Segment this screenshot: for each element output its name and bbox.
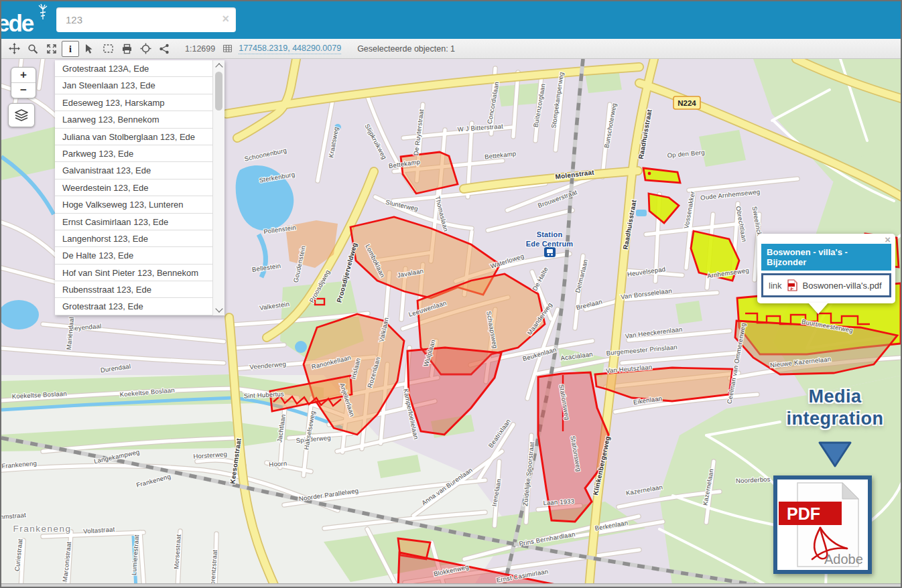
- map-canvas[interactable]: N224 Station Ede Centrum SchoonenburgSte…: [1, 59, 902, 588]
- pdf-file-icon: [787, 279, 797, 291]
- coordinates-link[interactable]: 177458.2319, 448290.0079: [239, 44, 341, 54]
- selection-status: Geselecteerde objecten: 1: [357, 44, 455, 54]
- close-icon[interactable]: ×: [885, 234, 891, 245]
- share-icon[interactable]: [155, 41, 173, 57]
- ede-logo-mark-icon: [36, 3, 50, 23]
- pdf-adobe-badge[interactable]: PDF Adobe: [773, 475, 872, 574]
- svg-text:i: i: [69, 44, 72, 54]
- feature-popup: × Boswonen - villa's - Bijzonder link Bo…: [757, 234, 895, 303]
- search-suggestions: Grotestraat 123A, EdeJan Steenlaan 123, …: [55, 60, 224, 315]
- scroll-down-icon[interactable]: [215, 305, 222, 312]
- svg-text:Adobe: Adobe: [824, 552, 863, 567]
- pointer-icon[interactable]: [80, 41, 98, 57]
- pan-icon[interactable]: [5, 41, 23, 57]
- select-rectangle-icon[interactable]: [99, 41, 117, 57]
- popup-tail: [808, 303, 828, 314]
- list-item[interactable]: Langenhorst 123, Ede: [55, 230, 212, 247]
- zoom-out-button[interactable]: −: [11, 82, 36, 98]
- link-label: link: [769, 281, 782, 291]
- road-shield-n224: N224: [673, 96, 700, 109]
- list-item[interactable]: Grotestraat 123A, Ede: [55, 60, 212, 77]
- print-icon[interactable]: [118, 41, 135, 57]
- list-item[interactable]: Grotestraat 123, Ede: [55, 298, 212, 315]
- popup-title: Boswonen - villa's - Bijzonder: [761, 244, 891, 271]
- scale-indicator[interactable]: 1:12699: [185, 44, 215, 54]
- app-window: ede × i: [0, 0, 902, 588]
- arrow-down-icon: [818, 441, 852, 471]
- zoom-icon[interactable]: [24, 41, 42, 57]
- list-item[interactable]: Jan Steenlaan 123, Ede: [55, 77, 212, 94]
- popup-body: link Boswonen-villa's.pdf: [761, 273, 891, 297]
- search-input[interactable]: [56, 7, 220, 32]
- list-scrollbar[interactable]: [212, 60, 224, 315]
- zoom-in-button[interactable]: +: [11, 68, 36, 82]
- header: ede ×: [1, 1, 901, 39]
- ede-logo: ede: [0, 10, 33, 37]
- list-item[interactable]: Weerdestein 123, Ede: [55, 179, 212, 196]
- list-item[interactable]: Parkweg 123, Ede: [55, 145, 212, 162]
- list-item[interactable]: De Halte 123, Ede: [55, 247, 212, 264]
- adobe-pdf-icon: PDF Adobe: [777, 480, 868, 570]
- scrollbar-thumb[interactable]: [215, 72, 222, 111]
- station-label: Station: [537, 230, 563, 238]
- list-item[interactable]: Hoge Valkseweg 123, Lunteren: [55, 196, 212, 213]
- list-item[interactable]: Edeseweg 123, Harskamp: [55, 94, 212, 111]
- toolbar: i 1:12699 177458.2319, 448290.0079 Gesel…: [1, 39, 901, 59]
- layers-icon: [14, 108, 29, 122]
- svg-text:N224: N224: [678, 99, 696, 107]
- horizontal-scrollbar[interactable]: [1, 583, 902, 588]
- clear-search-icon[interactable]: ×: [222, 12, 229, 26]
- street-label: Hoorn: [269, 459, 287, 467]
- identify-icon[interactable]: i: [62, 41, 79, 57]
- street-label: Frankeneng: [13, 524, 71, 534]
- list-item[interactable]: Laarweg 123, Bennekom: [55, 111, 212, 128]
- list-item[interactable]: Ernst Casimirlaan 123, Ede: [55, 214, 212, 230]
- zoom-control: + −: [11, 67, 36, 98]
- locate-icon[interactable]: [137, 41, 154, 57]
- list-item[interactable]: Rubensstraat 123, Ede: [55, 281, 212, 298]
- station-icon: [544, 247, 556, 257]
- media-integration-label: Media integration: [769, 386, 901, 430]
- scroll-up-icon[interactable]: [215, 63, 222, 70]
- list-item[interactable]: Galvanistraat 123, Ede: [55, 162, 212, 179]
- full-extent-icon[interactable]: [43, 41, 60, 57]
- suggestion-rows: Grotestraat 123A, EdeJan Steenlaan 123, …: [55, 60, 212, 315]
- svg-text:PDF: PDF: [787, 504, 820, 523]
- station-label: Ede Centrum: [526, 240, 574, 248]
- layers-button[interactable]: [8, 103, 35, 127]
- popup-file-link[interactable]: Boswonen-villa's.pdf: [803, 281, 882, 291]
- measure-grid-icon[interactable]: [223, 45, 232, 52]
- list-item[interactable]: Juliana van Stolberglaan 123, Ede: [55, 129, 212, 145]
- search-box: ×: [56, 7, 236, 32]
- list-item[interactable]: Hof van Sint Pieter 123, Bennekom: [55, 265, 212, 281]
